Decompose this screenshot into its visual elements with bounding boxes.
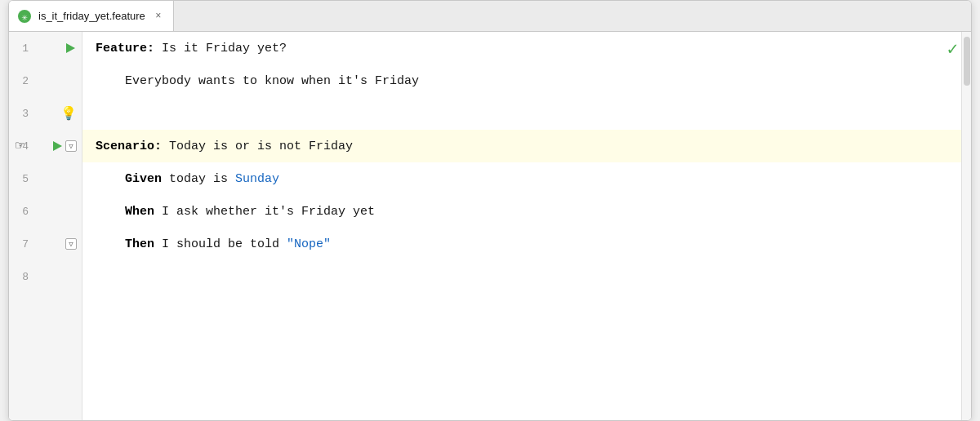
line-number-2: 2 (14, 75, 29, 87)
fold-icon-7[interactable]: ▽ (65, 238, 77, 250)
fold-icon-4[interactable]: ▽ (65, 140, 77, 152)
code-line-5: Given today is Sunday (82, 162, 961, 195)
line7-indent (96, 237, 125, 251)
tab-close-button[interactable]: × (152, 10, 165, 23)
run-icon-1[interactable] (64, 42, 77, 55)
tab-filename: is_it_friday_yet.feature (38, 10, 145, 22)
gutter-row-7: 7 ▽ (9, 228, 82, 260)
line-number-5: 5 (14, 173, 29, 185)
gutter-row-8: 8 (9, 260, 82, 293)
line5-value-sunday: Sunday (235, 172, 279, 186)
code-line-4: Scenario: Today is or is not Friday (82, 130, 961, 162)
scrollbar-thumb[interactable] (964, 37, 970, 86)
line-number-4: 4 (14, 140, 29, 153)
code-line-6: When I ask whether it's Friday yet (82, 195, 961, 228)
keyword-scenario: Scenario: (96, 140, 162, 153)
line-number-3: 3 (14, 108, 29, 120)
svg-marker-2 (66, 43, 75, 53)
run-icon-4[interactable] (51, 140, 64, 153)
code-line-2: Everybody wants to know when it's Friday (82, 64, 961, 97)
bulb-icon-3[interactable]: 💡 (60, 105, 77, 122)
code-area: Feature: Is it Friday yet? Everybody wan… (82, 32, 961, 420)
line-number-8: 8 (14, 271, 29, 283)
line-number-7: 7 (14, 238, 29, 250)
line4-text: Today is or is not Friday (162, 140, 353, 153)
editor-window: ✳ is_it_friday_yet.feature × 1 (8, 0, 972, 421)
line5-indent (96, 172, 125, 186)
line-number-1: 1 (14, 42, 29, 55)
checkmark-icon: ✓ (947, 38, 958, 60)
keyword-feature: Feature: (96, 42, 154, 55)
svg-text:✳: ✳ (21, 11, 27, 23)
line-number-6: 6 (14, 206, 29, 218)
gutter-row-3: 3 💡 (9, 97, 82, 130)
editor-body: 1 2 3 💡 (9, 32, 971, 420)
line5-text: today is (162, 172, 235, 186)
line8-text (96, 270, 103, 284)
code-line-7: Then I should be told "Nope" (82, 228, 961, 260)
keyword-then: Then (125, 237, 154, 251)
file-logo-icon: ✳ (17, 9, 32, 24)
tab-bar: ✳ is_it_friday_yet.feature × (9, 1, 971, 32)
line6-indent (96, 205, 125, 219)
keyword-when: When (125, 205, 154, 219)
svg-marker-3 (53, 141, 62, 151)
line6-text: I ask whether it's Friday yet (154, 205, 375, 219)
gutter-row-1: 1 (9, 32, 82, 64)
scrollbar-track[interactable] (961, 32, 971, 420)
line-gutter: 1 2 3 💡 (9, 32, 82, 420)
code-line-1: Feature: Is it Friday yet? (82, 32, 961, 64)
gutter-row-6: 6 (9, 195, 82, 228)
line7-text: I should be told (154, 237, 287, 251)
line3-text (96, 107, 103, 121)
keyword-given: Given (125, 172, 162, 186)
line7-string-nope: "Nope" (287, 237, 331, 251)
gutter-row-2: 2 (9, 64, 82, 97)
line1-text: Is it Friday yet? (154, 42, 287, 55)
active-tab[interactable]: ✳ is_it_friday_yet.feature × (9, 1, 174, 31)
line2-text: Everybody wants to know when it's Friday (96, 74, 419, 88)
gutter-row-5: 5 (9, 162, 82, 195)
code-line-8 (82, 260, 961, 293)
gutter-row-4: 4 ▽ ☞ (9, 130, 82, 162)
code-line-3 (82, 97, 961, 130)
